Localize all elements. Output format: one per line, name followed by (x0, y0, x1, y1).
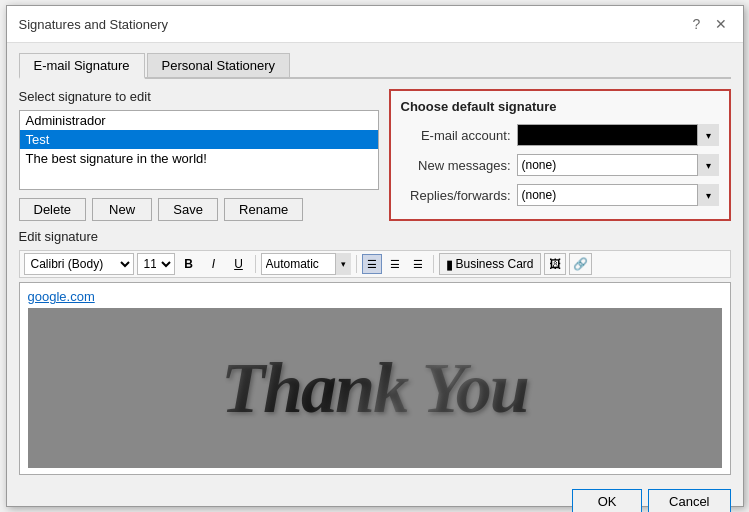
underline-button[interactable]: U (228, 253, 250, 275)
sig-list-label: Select signature to edit (19, 89, 379, 104)
tab-personal-stationery[interactable]: Personal Stationery (147, 53, 290, 77)
dialog-body: E-mail Signature Personal Stationery Sel… (7, 43, 743, 512)
footer-buttons: OK Cancel (19, 483, 731, 512)
align-left-button[interactable]: ☰ (362, 254, 382, 274)
insert-picture-button[interactable]: 🖼 (544, 253, 566, 275)
font-family-select[interactable]: Calibri (Body) (24, 253, 134, 275)
rename-button[interactable]: Rename (224, 198, 303, 221)
new-button[interactable]: New (92, 198, 152, 221)
title-bar: Signatures and Stationery ? ✕ (7, 6, 743, 43)
email-account-label: E-mail account: (401, 128, 511, 143)
tab-email-signature[interactable]: E-mail Signature (19, 53, 145, 79)
sig-item-admin[interactable]: Administrador (20, 111, 378, 130)
thank-you-text: Thank You (211, 342, 538, 434)
sig-action-buttons: Delete New Save Rename (19, 198, 379, 221)
replies-forwards-label: Replies/forwards: (401, 188, 511, 203)
sig-item-best[interactable]: The best signature in the world! (20, 149, 378, 168)
cancel-button[interactable]: Cancel (648, 489, 730, 512)
toolbar-sep-3 (433, 255, 434, 273)
title-bar-controls: ? ✕ (687, 14, 731, 34)
replies-select-wrapper: (none) Administrador Test The best signa… (517, 184, 719, 206)
color-select[interactable]: Automatic (261, 253, 351, 275)
email-account-display[interactable] (517, 124, 719, 146)
save-button[interactable]: Save (158, 198, 218, 221)
delete-button[interactable]: Delete (19, 198, 87, 221)
color-select-wrapper: Automatic ▾ (261, 253, 351, 275)
replies-forwards-select[interactable]: (none) Administrador Test The best signa… (517, 184, 719, 206)
signature-list[interactable]: Administrador Test The best signature in… (19, 110, 379, 190)
italic-button[interactable]: I (203, 253, 225, 275)
new-messages-select-wrapper: (none) Administrador Test The best signa… (517, 154, 719, 176)
sig-item-test[interactable]: Test (20, 130, 378, 149)
align-center-button[interactable]: ☰ (385, 254, 405, 274)
email-account-wrapper: ▾ (517, 124, 719, 146)
left-panel: Select signature to edit Administrador T… (19, 89, 379, 221)
default-sig-title: Choose default signature (401, 99, 719, 114)
thank-you-image: Thank You (28, 308, 722, 468)
font-size-select[interactable]: 11 (137, 253, 175, 275)
tab-bar: E-mail Signature Personal Stationery (19, 53, 731, 79)
new-messages-row: New messages: (none) Administrador Test … (401, 154, 719, 176)
two-column-section: Select signature to edit Administrador T… (19, 89, 731, 221)
business-card-label: Business Card (456, 257, 534, 271)
signature-editor[interactable]: google.com Thank You (19, 282, 731, 475)
toolbar-sep-1 (255, 255, 256, 273)
signatures-stationery-dialog: Signatures and Stationery ? ✕ E-mail Sig… (6, 5, 744, 507)
new-messages-label: New messages: (401, 158, 511, 173)
right-panel: Choose default signature E-mail account:… (389, 89, 731, 221)
replies-forwards-row: Replies/forwards: (none) Administrador T… (401, 184, 719, 206)
email-account-row: E-mail account: ▾ (401, 124, 719, 146)
hyperlink-button[interactable]: 🔗 (569, 253, 592, 275)
business-card-icon: ▮ (446, 257, 453, 272)
bold-button[interactable]: B (178, 253, 200, 275)
toolbar-sep-2 (356, 255, 357, 273)
ok-button[interactable]: OK (572, 489, 642, 512)
email-account-arrow[interactable]: ▾ (697, 124, 719, 146)
edit-sig-label: Edit signature (19, 229, 731, 244)
sig-link[interactable]: google.com (28, 289, 722, 304)
help-button[interactable]: ? (687, 14, 707, 34)
sig-editor-content: google.com Thank You (20, 283, 730, 474)
signature-toolbar: Calibri (Body) 11 B I U Automatic ▾ ☰ ☰ (19, 250, 731, 278)
new-messages-select[interactable]: (none) Administrador Test The best signa… (517, 154, 719, 176)
edit-signature-section: Edit signature Calibri (Body) 11 B I U A… (19, 229, 731, 475)
business-card-button[interactable]: ▮ Business Card (439, 253, 541, 275)
close-button[interactable]: ✕ (711, 14, 731, 34)
dialog-title: Signatures and Stationery (19, 17, 169, 32)
align-right-button[interactable]: ☰ (408, 254, 428, 274)
